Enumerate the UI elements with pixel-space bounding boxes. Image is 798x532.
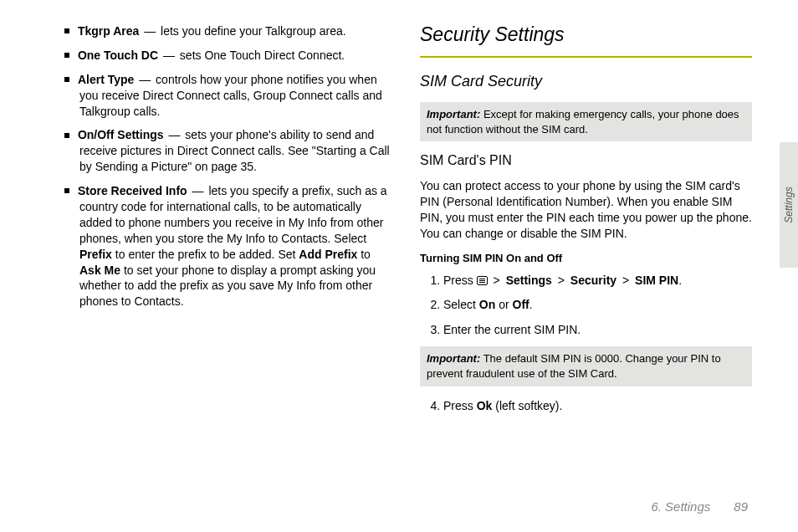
paragraph-sim-pin: You can protect access to your phone by … <box>420 178 752 242</box>
right-column: Security Settings SIM Card Security Impo… <box>420 23 752 468</box>
h3-sim-card-security: SIM Card Security <box>420 73 752 90</box>
term: Store Received Info <box>78 184 187 197</box>
bullet-on-off-settings: On/Off Settings — sets your phone's abil… <box>63 127 395 175</box>
step-text: Press <box>443 399 477 412</box>
menu-icon <box>477 276 488 285</box>
important-note-1: Important: Except for making emergency c… <box>420 102 752 141</box>
inline-bold: Ok <box>477 399 493 412</box>
bullet-tkgrp-area: Tkgrp Area — lets you define your Talkgr… <box>63 23 395 39</box>
bullet-text: sets One Touch Direct Connect. <box>180 49 345 62</box>
step-3: Enter the current SIM PIN. <box>443 322 752 339</box>
page-footer: 6. Settings 89 <box>651 499 748 514</box>
inline-bold: On <box>479 298 495 311</box>
bullet-text: to <box>357 248 371 261</box>
bullet-text: to enter the prefix to be added. Set <box>112 248 299 261</box>
bullet-one-touch-dc: One Touch DC — sets One Touch Direct Con… <box>63 48 395 64</box>
important-note-2: Important: The default SIM PIN is 0000. … <box>420 346 752 386</box>
nav-chain: Press > Settings > Security > SIM PIN. <box>443 274 682 287</box>
dash: — <box>168 128 180 141</box>
term: One Touch DC <box>78 49 158 62</box>
ordered-steps: Press > Settings > Security > SIM PIN. S… <box>420 273 752 339</box>
inline-bold: Ask Me <box>79 263 120 277</box>
inline-bold: Prefix <box>79 248 112 261</box>
h5-turning-sim-pin: Turning SIM PIN On and Off <box>420 252 752 264</box>
term: Tkgrp Area <box>78 24 139 38</box>
bullet-text: to set your phone to display a prompt as… <box>79 263 376 309</box>
bullet-marker-icon <box>64 53 69 58</box>
bullet-store-received-info: Store Received Info — lets you specify a… <box>63 183 395 309</box>
footer-page-number: 89 <box>734 499 748 514</box>
step-text: Select <box>443 298 479 311</box>
footer-section: 6. Settings <box>651 499 710 514</box>
bullet-text: lets you define your Talkgroup area. <box>161 24 346 38</box>
step-1: Press > Settings > Security > SIM PIN. <box>443 273 752 289</box>
dash: — <box>163 49 175 62</box>
bullet-marker-icon <box>64 133 69 138</box>
side-tab-label: Settings <box>783 187 795 223</box>
heading-underline <box>420 56 752 58</box>
sep-icon: > <box>494 274 500 287</box>
period: . <box>678 274 682 287</box>
sep-icon: > <box>622 274 629 287</box>
step-text: (left softkey). <box>492 399 562 412</box>
ordered-steps-continued: Press Ok (left softkey). <box>420 398 752 415</box>
dash: — <box>144 24 156 38</box>
note-label: Important: <box>427 352 480 365</box>
step-text: or <box>495 298 512 311</box>
dash: — <box>139 73 151 86</box>
nav-item: Settings <box>506 274 552 287</box>
bullet-alert-type: Alert Type — controls how your phone not… <box>63 72 395 120</box>
term: Alert Type <box>78 73 134 86</box>
term: On/Off Settings <box>78 128 164 141</box>
nav-item: SIM PIN <box>635 274 678 287</box>
page-content: Tkgrp Area — lets you define your Talkgr… <box>0 0 798 468</box>
left-column: Tkgrp Area — lets you define your Talkgr… <box>63 23 395 468</box>
note-label: Important: <box>427 108 480 120</box>
bullet-marker-icon <box>64 28 69 33</box>
inline-bold: Off <box>513 298 529 311</box>
sep-icon: > <box>558 274 565 287</box>
nav-item: Security <box>570 274 616 287</box>
h2-security-settings: Security Settings <box>420 23 752 53</box>
step-2: Select On or Off. <box>443 297 752 314</box>
h4-sim-cards-pin: SIM Card's PIN <box>420 153 752 168</box>
dash: — <box>192 184 203 197</box>
inline-bold: Add Prefix <box>299 248 357 261</box>
step-text: Press <box>443 274 477 287</box>
bullet-marker-icon <box>64 77 69 82</box>
period: . <box>529 298 533 311</box>
step-4: Press Ok (left softkey). <box>443 398 752 415</box>
bullet-marker-icon <box>64 188 69 193</box>
side-tab: Settings <box>780 142 798 268</box>
